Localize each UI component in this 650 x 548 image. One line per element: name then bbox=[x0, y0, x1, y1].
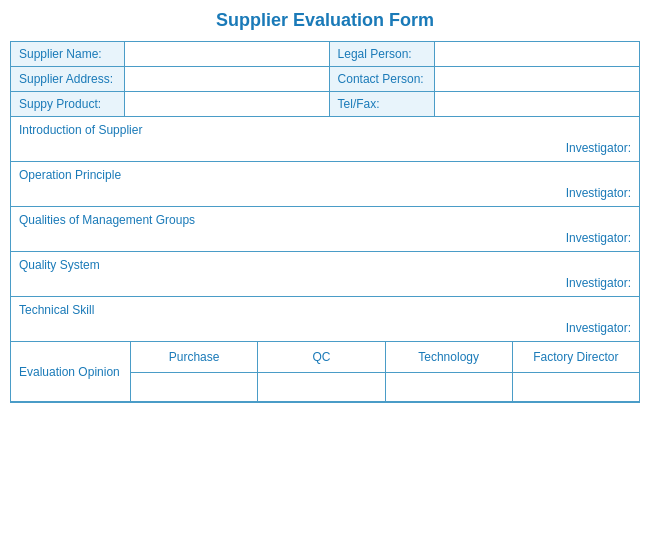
info-row-1: Supplier Address: Contact Person: bbox=[11, 67, 640, 92]
investigator-label-2: Investigator: bbox=[566, 231, 631, 245]
section-title-4: Technical Skill bbox=[19, 303, 631, 317]
info-row-2: Suppy Product: Tel/Fax: bbox=[11, 92, 640, 117]
eval-value-col-0 bbox=[131, 373, 258, 401]
eval-value-col-1 bbox=[258, 373, 385, 401]
section-block-0: Introduction of Supplier Investigator: bbox=[10, 117, 640, 162]
eval-header-col-2: Technology bbox=[386, 342, 513, 372]
investigator-label-0: Investigator: bbox=[566, 141, 631, 155]
right-label-0: Legal Person: bbox=[329, 42, 435, 67]
info-table: Supplier Name: Legal Person: Supplier Ad… bbox=[10, 41, 640, 117]
section-title-0: Introduction of Supplier bbox=[19, 123, 631, 137]
eval-value-col-2 bbox=[386, 373, 513, 401]
section-title-1: Operation Principle bbox=[19, 168, 631, 182]
eval-value-col-3 bbox=[513, 373, 639, 401]
info-row-0: Supplier Name: Legal Person: bbox=[11, 42, 640, 67]
left-label-2: Suppy Product: bbox=[11, 92, 125, 117]
left-label-1: Supplier Address: bbox=[11, 67, 125, 92]
page-title: Supplier Evaluation Form bbox=[10, 10, 640, 31]
section-title-3: Quality System bbox=[19, 258, 631, 272]
eval-header-col-0: Purchase bbox=[131, 342, 258, 372]
investigator-label-1: Investigator: bbox=[566, 186, 631, 200]
right-value-0 bbox=[435, 42, 640, 67]
right-value-2 bbox=[435, 92, 640, 117]
section-block-1: Operation Principle Investigator: bbox=[10, 162, 640, 207]
left-value-0 bbox=[124, 42, 329, 67]
right-value-1 bbox=[435, 67, 640, 92]
right-label-2: Tel/Fax: bbox=[329, 92, 435, 117]
evaluation-opinion-label: Evaluation Opinion bbox=[11, 342, 131, 401]
left-value-1 bbox=[124, 67, 329, 92]
evaluation-opinion-block: Evaluation Opinion PurchaseQCTechnologyF… bbox=[10, 342, 640, 403]
investigator-label-3: Investigator: bbox=[566, 276, 631, 290]
left-value-2 bbox=[124, 92, 329, 117]
right-label-1: Contact Person: bbox=[329, 67, 435, 92]
investigator-label-4: Investigator: bbox=[566, 321, 631, 335]
eval-header-col-1: QC bbox=[258, 342, 385, 372]
left-label-0: Supplier Name: bbox=[11, 42, 125, 67]
section-block-2: Qualities of Management Groups Investiga… bbox=[10, 207, 640, 252]
section-block-4: Technical Skill Investigator: bbox=[10, 297, 640, 342]
section-title-2: Qualities of Management Groups bbox=[19, 213, 631, 227]
eval-header-col-3: Factory Director bbox=[513, 342, 639, 372]
section-block-3: Quality System Investigator: bbox=[10, 252, 640, 297]
